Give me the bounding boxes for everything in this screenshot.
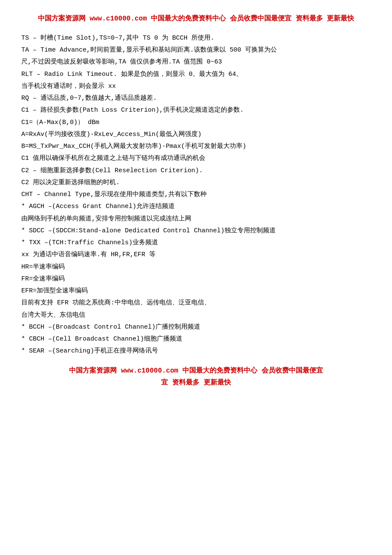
content-paragraph-24: * BCCH –(Broadcast Control Channel)广播控制用… <box>21 322 371 333</box>
header-text: 中国方案资源网 www.c10000.com 中国最大的免费资料中心 会员收费中… <box>38 15 354 23</box>
content-paragraph-17: * TXX –(TCH:Traffic Channels)业务频道 <box>21 237 371 249</box>
content-paragraph-20: FR=全速率编码 <box>21 274 371 285</box>
content-paragraph-8: A=RxAv(平均接收强度)-RxLev_Access_Min(最低入网强度) <box>21 129 371 140</box>
content-paragraph-10: C1 值用以确保手机所在之频道之上链与下链均有成功通讯的机会 <box>21 153 371 164</box>
footer-line1: 中国方案资源网 www.c10000.com 中国最大的免费资料中心 会员收费中… <box>69 367 323 375</box>
content-paragraph-14: * AGCH –(Access Grant Channel)允许连结频道 <box>21 201 371 212</box>
content-paragraph-3: RLT – Radio Link Timeout. 如果是负的值，则显示 0。最… <box>21 69 371 80</box>
footer-banner: 中国方案资源网 www.c10000.com 中国最大的免费资料中心 会员收费中… <box>21 365 371 390</box>
content-paragraph-6: C1 – 路径损失参数(Path Loss Criterion),供手机决定频道… <box>21 105 371 116</box>
content-paragraph-15: 由网络到手机的单向频道,安排专用控制频道以完成连结上网 <box>21 214 371 225</box>
content-paragraph-9: B=MS_TxPwr_Max_CCH(手机入网最大发射功率)-Pmax(手机可发… <box>21 141 371 152</box>
content-paragraph-1: TA – Time Advance,时间前置量,显示手机和基站间距离.该数值乘以… <box>21 45 371 56</box>
content-paragraph-18: xx 为通话中语音编码速率.有 HR,FR,EFR 等 <box>21 249 371 260</box>
content-paragraph-23: 台湾大哥大、东信电信 <box>21 310 371 321</box>
content-paragraph-19: HR=半速率编码 <box>21 262 371 273</box>
content-paragraph-13: CHT – Channel Type,显示现在使用中频道类型,共有以下数种 <box>21 189 371 200</box>
content-paragraph-7: C1=（A-Max(B,0)） dBm <box>21 117 371 128</box>
header-banner: 中国方案资源网 www.c10000.com 中国最大的免费资料中心 会员收费中… <box>21 13 371 25</box>
content-paragraph-16: * SDCC –(SDCCH:Stand-alone Dedicated Con… <box>21 225 371 237</box>
content-paragraph-4: 当手机没有通话时，则会显示 xx <box>21 81 371 92</box>
content-paragraph-5: RQ – 通话品质,0~7,数值越大,通话品质越差. <box>21 93 371 104</box>
content-paragraph-11: C2 – 细胞重新选择参数(Cell Reselection Criterion… <box>21 165 371 176</box>
content-paragraph-2: 尺,不过因受电波反射吸收等影响,TA 值仅供参考用.TA 值范围 0~63 <box>21 57 371 68</box>
content-paragraph-26: * SEAR –(Searching)手机正在搜寻网络讯号 <box>21 346 371 357</box>
content-area: TS – 时槽(Time Slot),TS=0~7,其中 TS 0 为 BCCH… <box>21 33 371 357</box>
content-paragraph-21: EFR=加强型全速率编码 <box>21 286 371 297</box>
content-paragraph-22: 目前有支持 EFR 功能之系统商:中华电信、远传电信、泛亚电信、 <box>21 298 371 309</box>
content-paragraph-0: TS – 时槽(Time Slot),TS=0~7,其中 TS 0 为 BCCH… <box>21 33 371 44</box>
footer-line2: 宜 资料最多 更新最快 <box>161 379 231 387</box>
content-paragraph-25: * CBCH –(Cell Broadcast Channel)细胞广播频道 <box>21 334 371 345</box>
content-paragraph-12: C2 用以决定重新选择细胞的时机. <box>21 177 371 188</box>
